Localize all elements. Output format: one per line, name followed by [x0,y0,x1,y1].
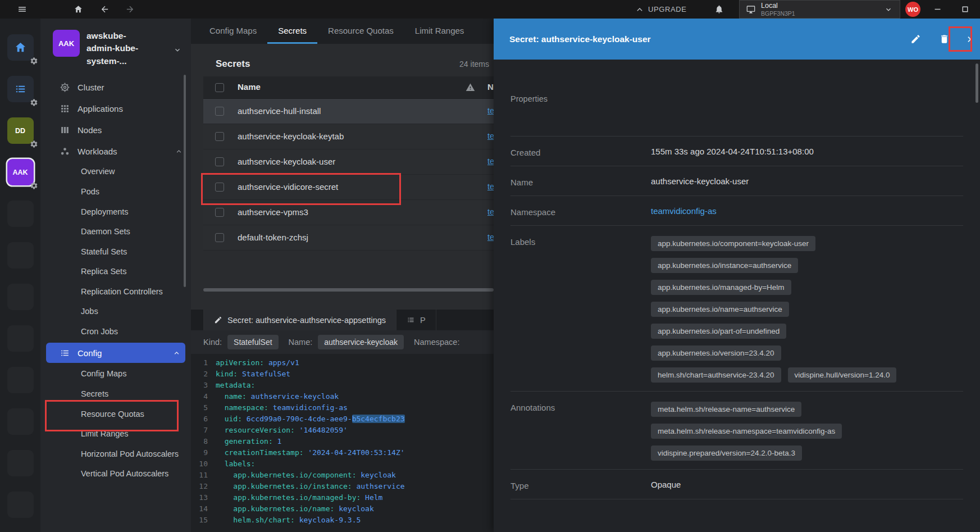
row-checkbox[interactable] [215,183,224,192]
sidebar-item-daemon-sets[interactable]: Daemon Sets [40,222,191,242]
column-namespace[interactable]: N [487,82,494,92]
rail-tile-empty[interactable] [7,492,34,518]
sidebar-item-pods[interactable]: Pods [40,182,191,202]
tab-secrets[interactable]: Secrets [267,19,317,44]
tab-limit-ranges[interactable]: Limit Ranges [404,19,475,44]
table-row[interactable]: default-token-zchsjte [203,225,494,251]
row-checkbox[interactable] [215,132,224,141]
cluster-header[interactable]: AAK awskube- admin-kube- system-... [40,19,191,76]
sidebar-item-label: Limit Ranges [81,429,129,438]
dock-tab[interactable]: P [396,310,436,330]
namespace-link[interactable]: te [487,131,494,140]
namespace-link[interactable]: te [487,233,494,242]
editor-meta-value[interactable]: StatefulSet [227,335,279,349]
sidebar-scrollbar[interactable] [184,75,186,287]
home-icon[interactable] [69,0,88,19]
rail-tile-empty[interactable] [7,450,34,476]
upgrade-button[interactable]: UPGRADE [636,0,687,19]
sidebar-item-secrets[interactable]: Secrets [40,384,191,404]
user-avatar[interactable]: WO [905,2,920,17]
notifications-bell-icon[interactable] [709,0,728,19]
label-badge[interactable]: meta.helm.sh/release-name=authservice [651,402,801,417]
catalog-tile[interactable] [7,76,34,102]
forward-icon[interactable] [120,0,139,19]
sidebar-item-horizontal-pod-autoscalers[interactable]: Horizontal Pod Autoscalers [40,444,191,465]
settings-gear-icon[interactable] [30,56,38,65]
row-checkbox[interactable] [215,233,224,242]
table-row[interactable]: authservice-vpms3te [203,200,494,225]
rail-tile-empty[interactable] [7,367,34,393]
home-tile[interactable] [7,34,34,61]
sidebar-item-cron-jobs[interactable]: Cron Jobs [40,322,191,342]
line-number: 4 [191,391,216,402]
cluster-tile-dd[interactable]: DD [7,117,34,144]
sidebar-item-resource-quotas[interactable]: Resource Quotas [40,404,191,425]
rail-tile-empty[interactable] [7,242,34,269]
table-row[interactable]: authservice-keycloak-userte [203,149,494,175]
menu-icon[interactable] [12,0,31,19]
label-badge[interactable]: app.kubernetes.io/version=23.4.20 [651,345,781,361]
namespace-link[interactable]: te [487,182,494,191]
table-row[interactable]: authservice-vidicore-secrette [203,175,494,200]
warning-icon[interactable] [466,82,475,92]
tab-resource-quotas[interactable]: Resource Quotas [317,19,404,44]
row-checkbox[interactable] [215,157,224,166]
settings-gear-icon[interactable] [30,180,38,190]
sidebar-item-replica-sets[interactable]: Replica Sets [40,262,191,282]
row-checkbox[interactable] [215,208,224,217]
sidebar-item-overview[interactable]: Overview [40,162,191,182]
settings-gear-icon[interactable] [30,139,38,148]
dock-tab[interactable]: Secret: authservice-authservice-appsetti… [203,310,396,330]
sidebar-item-config[interactable]: Config [46,343,185,363]
sidebar-item-workloads[interactable]: Workloads [40,140,191,162]
label-badge[interactable]: vidispine.hull/version=1.24.0 [788,367,897,383]
list-icon [14,83,27,96]
label-badge[interactable]: app.kubernetes.io/instance=authservice [651,258,798,273]
label-badge[interactable]: meta.helm.sh/release-namespace=teamvidic… [651,424,842,439]
host-selector[interactable]: Local BGPF3N3P1 [739,0,900,19]
sidebar-item-vertical-pod-autoscalers[interactable]: Vertical Pod Autoscalers [40,464,191,484]
select-all-checkbox[interactable] [215,83,224,92]
maximize-icon[interactable] [955,0,974,19]
editor-meta-value[interactable]: authservice-keycloak [318,335,404,349]
rail-tile-empty[interactable] [7,408,34,435]
rail-tile-empty[interactable] [7,325,34,352]
label-badge[interactable]: app.kubernetes.io/component=keycloak-use… [651,236,815,251]
cluster-tile-aak[interactable]: AAK [7,159,34,185]
namespace-link[interactable]: te [487,207,494,216]
sidebar-item-stateful-sets[interactable]: Stateful Sets [40,242,191,262]
table-row[interactable]: authservice-hull-installte [203,99,494,124]
label-badge[interactable]: app.kubernetes.io/part-of=undefined [651,324,786,339]
sidebar-item-limit-ranges[interactable]: Limit Ranges [40,424,191,444]
minimize-icon[interactable] [928,0,947,19]
horizontal-scrollbar[interactable] [203,288,494,292]
column-name[interactable]: Name [238,82,261,92]
close-drawer-icon[interactable] [964,34,976,45]
edit-pencil-icon[interactable] [910,34,921,44]
sidebar-item-deployments[interactable]: Deployments [40,202,191,222]
label-badge[interactable]: app.kubernetes.io/name=authservice [651,302,789,317]
label-badge[interactable]: helm.sh/chart=authservice-23.4.20 [651,367,781,383]
yaml-editor[interactable]: 1apiVersion: apps/v12kind: StatefulSet3m… [191,354,494,532]
namespace-link[interactable]: te [487,106,494,115]
titlebar: UPGRADE Local BGPF3N3P1 WO [0,0,980,19]
back-icon[interactable] [95,0,114,19]
sidebar-item-replication-controllers[interactable]: Replication Controllers [40,282,191,302]
delete-trash-icon[interactable] [939,34,950,44]
sidebar-item-nodes[interactable]: Nodes [40,119,191,140]
rail-tile-empty[interactable] [7,284,34,310]
namespace-link[interactable]: teamvidiconfig-as [651,206,717,216]
settings-gear-icon[interactable] [30,97,38,107]
table-row[interactable]: authservice-keycloak-keytabte [203,124,494,149]
sidebar-item-cluster[interactable]: Cluster [40,76,191,98]
rail-tile-empty[interactable] [7,201,34,227]
sidebar-item-applications[interactable]: Applications [40,98,191,119]
row-checkbox[interactable] [215,107,224,116]
drawer-scrollbar[interactable] [976,63,978,103]
sidebar-item-jobs[interactable]: Jobs [40,302,191,322]
sidebar-item-config-maps[interactable]: Config Maps [40,364,191,384]
namespace-link[interactable]: te [487,157,494,166]
label-badge[interactable]: app.kubernetes.io/managed-by=Helm [651,280,791,295]
tab-config-maps[interactable]: Config Maps [199,19,267,44]
label-badge[interactable]: vidispine.prepared/version=24.2.0-beta.3 [651,445,802,461]
